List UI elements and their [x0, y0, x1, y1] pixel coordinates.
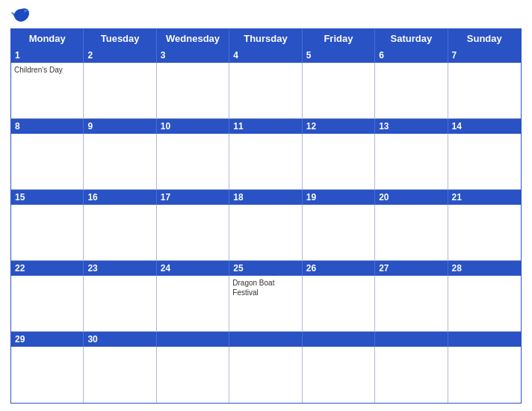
header-day-friday: Friday — [303, 29, 375, 48]
day-content-cell — [375, 63, 448, 119]
day-content-cell — [375, 205, 448, 261]
day-content-cell — [11, 276, 84, 332]
week-content-row-3 — [11, 205, 521, 261]
day-number-cell: 25 — [229, 261, 302, 276]
day-content-cell — [448, 63, 521, 119]
week-1: 1234567Children's Day — [11, 48, 521, 119]
week-numbers-row-5: 2930 — [11, 332, 521, 347]
week-4: 22232425262728Dragon Boat Festival — [11, 261, 521, 332]
day-content-cell — [11, 205, 84, 261]
header-day-monday: Monday — [11, 29, 84, 48]
day-number-cell: 5 — [303, 48, 375, 63]
day-number-cell: 23 — [84, 261, 156, 276]
day-content-cell — [303, 134, 375, 190]
day-content-cell — [448, 205, 521, 261]
day-content-cell — [375, 347, 448, 403]
day-content-cell — [303, 347, 375, 403]
day-content-cell — [84, 347, 156, 403]
week-numbers-row-1: 1234567 — [11, 48, 521, 63]
day-content-cell — [157, 134, 229, 190]
day-number-cell: 8 — [11, 119, 84, 134]
day-number-cell — [303, 332, 375, 347]
header-day-wednesday: Wednesday — [157, 29, 229, 48]
day-number-cell — [229, 332, 302, 347]
day-number-cell: 4 — [229, 48, 302, 63]
day-content-cell — [375, 134, 448, 190]
day-number-cell: 6 — [375, 48, 448, 63]
day-content-cell — [11, 347, 84, 403]
week-content-row-2 — [11, 134, 521, 190]
day-content-cell — [84, 134, 156, 190]
day-content-cell — [303, 276, 375, 332]
logo-bird-icon — [10, 7, 31, 24]
week-2: 891011121314 — [11, 119, 521, 190]
day-content-cell — [84, 276, 156, 332]
day-content-cell — [448, 134, 521, 190]
day-number-cell — [448, 332, 521, 347]
day-number-cell: 17 — [157, 190, 229, 205]
day-content-cell — [84, 205, 156, 261]
day-content-cell — [229, 347, 302, 403]
day-number-cell: 29 — [11, 332, 84, 347]
day-number-cell: 2 — [84, 48, 156, 63]
logo — [10, 7, 34, 24]
calendar-body: 1234567Children's Day8910111213141516171… — [11, 48, 521, 403]
day-number-cell: 26 — [303, 261, 375, 276]
header-day-sunday: Sunday — [448, 29, 521, 48]
day-number-cell: 7 — [448, 48, 521, 63]
day-number-cell: 30 — [84, 332, 156, 347]
calendar-grid: MondayTuesdayWednesdayThursdayFridaySatu… — [10, 28, 522, 404]
week-3: 15161718192021 — [11, 190, 521, 261]
day-content-cell — [448, 347, 521, 403]
header-day-thursday: Thursday — [229, 29, 302, 48]
day-content-cell — [303, 205, 375, 261]
day-content-cell: Dragon Boat Festival — [229, 276, 302, 332]
day-content-cell — [157, 205, 229, 261]
event-label: Dragon Boat Festival — [232, 278, 298, 297]
week-numbers-row-2: 891011121314 — [11, 119, 521, 134]
day-number-cell — [157, 332, 229, 347]
header-day-tuesday: Tuesday — [84, 29, 156, 48]
day-content-cell — [375, 276, 448, 332]
day-number-cell: 1 — [11, 48, 84, 63]
day-number-cell: 20 — [375, 190, 448, 205]
day-number-cell: 28 — [448, 261, 521, 276]
day-number-cell: 21 — [448, 190, 521, 205]
day-content-cell — [157, 276, 229, 332]
day-content-cell — [229, 205, 302, 261]
day-number-cell: 22 — [11, 261, 84, 276]
header-day-saturday: Saturday — [375, 29, 448, 48]
week-numbers-row-3: 15161718192021 — [11, 190, 521, 205]
day-number-cell: 27 — [375, 261, 448, 276]
week-5: 2930 — [11, 332, 521, 403]
calendar-page: MondayTuesdayWednesdayThursdayFridaySatu… — [0, 0, 532, 411]
day-number-cell — [375, 332, 448, 347]
day-number-cell: 19 — [303, 190, 375, 205]
day-number-cell: 15 — [11, 190, 84, 205]
day-content-cell — [229, 63, 302, 119]
day-number-cell: 16 — [84, 190, 156, 205]
day-number-cell: 11 — [229, 119, 302, 134]
week-content-row-5 — [11, 347, 521, 403]
day-content-cell — [303, 63, 375, 119]
day-number-cell: 10 — [157, 119, 229, 134]
day-content-cell — [84, 63, 156, 119]
day-number-cell: 18 — [229, 190, 302, 205]
day-number-cell: 3 — [157, 48, 229, 63]
event-label: Children's Day — [14, 65, 80, 75]
header — [10, 7, 522, 24]
day-number-cell: 13 — [375, 119, 448, 134]
day-content-cell: Children's Day — [11, 63, 84, 119]
day-content-cell — [229, 134, 302, 190]
day-number-cell: 12 — [303, 119, 375, 134]
day-content-cell — [448, 276, 521, 332]
day-number-cell: 9 — [84, 119, 156, 134]
day-number-cell: 14 — [448, 119, 521, 134]
day-content-cell — [157, 347, 229, 403]
calendar-header: MondayTuesdayWednesdayThursdayFridaySatu… — [11, 29, 521, 48]
week-content-row-4: Dragon Boat Festival — [11, 276, 521, 332]
week-content-row-1: Children's Day — [11, 63, 521, 119]
day-content-cell — [11, 134, 84, 190]
week-numbers-row-4: 22232425262728 — [11, 261, 521, 276]
day-number-cell: 24 — [157, 261, 229, 276]
